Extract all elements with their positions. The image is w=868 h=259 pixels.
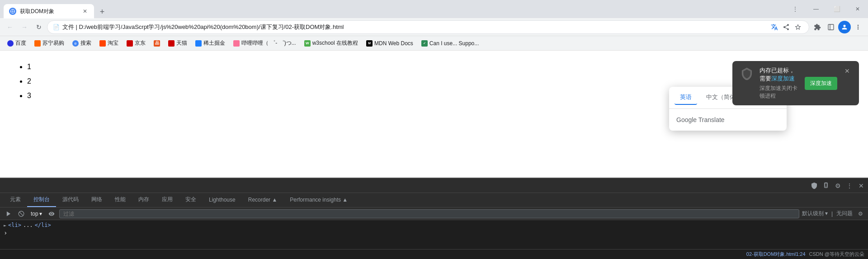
notification-subtitle: 深度加速关闭卡顿进程 xyxy=(760,85,799,100)
google-translate-label: Google Translate xyxy=(676,116,725,123)
pin-favicon: 品 xyxy=(154,40,160,47)
attribution-text: CSDN @等待天空的云朵 xyxy=(809,251,864,258)
close-button[interactable]: ✕ xyxy=(847,0,868,18)
notification-content: 内存已超标，需要深度加速 深度加速关闭卡顿进程 xyxy=(760,66,799,100)
translation-popup-body: Google Translate xyxy=(669,109,787,131)
extensions-button[interactable] xyxy=(811,21,824,33)
expand-arrow-icon[interactable]: ► xyxy=(4,223,6,228)
address-actions xyxy=(769,22,803,33)
bookmark-juejin[interactable]: 稀土掘金 xyxy=(192,38,229,48)
new-tab-button[interactable]: + xyxy=(96,5,108,18)
active-tab[interactable]: 获取DOM对象 ✕ xyxy=(4,4,94,19)
notification-action-button[interactable]: 深度加速 xyxy=(805,77,837,90)
address-bar[interactable]: 📄 文件 | D:/web前端学习/JavaScrpt学习/js%20web%2… xyxy=(47,20,809,34)
console-line-2: › xyxy=(4,229,864,236)
console-execute-button[interactable] xyxy=(4,209,14,219)
bookmark-suning[interactable]: 苏宁易购 xyxy=(31,38,68,48)
console-line-1: ► <li> ... </li> xyxy=(4,222,864,228)
devtools-tab-console[interactable]: 控制台 xyxy=(27,193,56,207)
content-area: 1 2 3 英语 中文（简体） ⋮ ✕ Google Translate xyxy=(0,51,868,178)
issues-count: 无问题 xyxy=(836,210,853,217)
title-bar: 获取DOM对象 ✕ + ⋮ — ⬜ ✕ xyxy=(0,0,868,18)
jd-favicon xyxy=(127,40,133,47)
list-item-1: 1 xyxy=(27,60,850,74)
devtools-more-button[interactable]: ⋮ xyxy=(844,181,854,191)
side-panel-button[interactable] xyxy=(825,21,837,33)
bookmark-star-button[interactable] xyxy=(793,22,803,33)
devtools-settings-button[interactable]: ⚙ xyxy=(833,181,843,191)
default-level-select[interactable]: 默认级别 ▾ xyxy=(802,210,828,217)
devtools-tab-memory[interactable]: 内存 xyxy=(132,193,156,207)
suning-favicon xyxy=(34,40,41,47)
forward-button[interactable]: → xyxy=(18,21,31,33)
security-icon: 📄 xyxy=(53,24,60,30)
console-filter-input[interactable] xyxy=(59,209,799,218)
share-button[interactable] xyxy=(781,22,792,33)
tab-bar: 获取DOM对象 ✕ + xyxy=(4,0,785,18)
reload-button[interactable]: ↻ xyxy=(33,21,45,33)
svg-rect-6 xyxy=(825,183,827,186)
tab-favicon xyxy=(9,8,16,15)
devtools-status-bar: 02-获取DOM对象.html1:24 CSDN @等待天空的云朵 xyxy=(0,249,868,259)
svg-rect-3 xyxy=(828,24,834,30)
devtools-content: ► <li> ... </li> › xyxy=(0,220,868,249)
w3school-favicon: W xyxy=(304,40,311,47)
devtools-close-button[interactable]: ✕ xyxy=(856,181,866,191)
bookmark-bilibili[interactable]: 哔哩哔哩（ ゜- ゜)つ... xyxy=(230,38,300,48)
svg-marker-7 xyxy=(7,211,10,216)
console-clear-button[interactable] xyxy=(16,209,26,219)
svg-line-9 xyxy=(19,212,23,215)
devtools-tab-application[interactable]: 应用 xyxy=(156,193,179,207)
tab-title: 获取DOM对象 xyxy=(20,8,78,15)
devtools-tab-network[interactable]: 网络 xyxy=(85,193,108,207)
bookmarks-bar: 百度 苏宁易购 e 搜索 淘宝 京东 品 天猫 稀土掘金 xyxy=(0,36,868,51)
bilibili-favicon xyxy=(233,40,240,47)
devtools-tab-lighthouse[interactable]: Lighthouse xyxy=(203,194,242,207)
baidu-favicon xyxy=(7,40,14,47)
lang-tab-en[interactable]: 英语 xyxy=(675,90,697,105)
bookmark-mdn[interactable]: M MDN Web Docs xyxy=(363,39,417,47)
maximize-button[interactable]: ⬜ xyxy=(826,0,847,18)
devtools-tab-sources[interactable]: 源代码 xyxy=(56,193,85,207)
bookmark-jd[interactable]: 京东 xyxy=(123,38,149,48)
notification-close-button[interactable]: ✕ xyxy=(843,66,852,75)
device-toggle-button[interactable] xyxy=(821,181,831,191)
devtools-tab-performance-insights[interactable]: Performance insights ▲ xyxy=(283,194,354,207)
chrome-menu-button[interactable] xyxy=(852,21,864,33)
caniuse-favicon: ✓ xyxy=(421,40,428,47)
bookmark-pin[interactable]: 品 xyxy=(150,39,164,47)
navigation-bar: ← → ↻ 📄 文件 | D:/web前端学习/JavaScrpt学习/js%2… xyxy=(0,18,868,36)
status-right: 02-获取DOM对象.html1:24 CSDN @等待天空的云朵 xyxy=(746,251,864,258)
bookmark-caniuse[interactable]: ✓ Can I use... Suppo... xyxy=(418,39,482,47)
devtools-toolbar: top ▾ 默认级别 ▾ | 无问题 ⚙ xyxy=(0,207,868,220)
taobao-favicon xyxy=(99,40,106,47)
translate-button[interactable] xyxy=(769,22,780,33)
juejin-favicon xyxy=(195,40,202,47)
bookmark-search[interactable]: e 搜索 xyxy=(69,38,95,48)
toolbar-buttons xyxy=(811,21,864,33)
bookmark-w3school[interactable]: W w3school 在线教程 xyxy=(301,38,362,48)
devtools-panel: ⚙ ⋮ ✕ 元素 控制台 源代码 网络 性能 内存 应用 安全 Lighthou… xyxy=(0,178,868,259)
eye-button[interactable] xyxy=(47,209,57,219)
minimize-button[interactable]: — xyxy=(806,0,826,18)
file-link[interactable]: 02-获取DOM对象.html1:24 xyxy=(746,251,806,258)
tmall-favicon xyxy=(168,40,175,47)
devtools-tab-performance[interactable]: 性能 xyxy=(108,193,132,207)
console-prompt-icon[interactable]: › xyxy=(4,229,7,236)
devtools-toolbar-right: 默认级别 ▾ | 无问题 ⚙ xyxy=(802,210,864,218)
notification-icon xyxy=(740,66,754,81)
menu-button[interactable]: ⋮ xyxy=(785,0,806,18)
back-button[interactable]: ← xyxy=(4,21,16,33)
tab-close-button[interactable]: ✕ xyxy=(81,8,89,15)
context-selector[interactable]: top ▾ xyxy=(29,210,44,218)
console-settings-button[interactable]: ⚙ xyxy=(856,210,864,218)
devtools-tab-recorder[interactable]: Recorder ▲ xyxy=(242,194,284,207)
profile-button[interactable] xyxy=(838,21,851,33)
bookmark-taobao[interactable]: 淘宝 xyxy=(96,38,122,48)
bookmark-baidu[interactable]: 百度 xyxy=(4,38,30,48)
devtools-tab-security[interactable]: 安全 xyxy=(179,193,203,207)
url-text: 文件 | D:/web前端学习/JavaScrpt学习/js%20web%20a… xyxy=(62,23,766,31)
bookmark-tmall[interactable]: 天猫 xyxy=(165,38,191,48)
inspect-element-button[interactable] xyxy=(809,181,819,191)
devtools-tab-elements[interactable]: 元素 xyxy=(4,193,27,207)
